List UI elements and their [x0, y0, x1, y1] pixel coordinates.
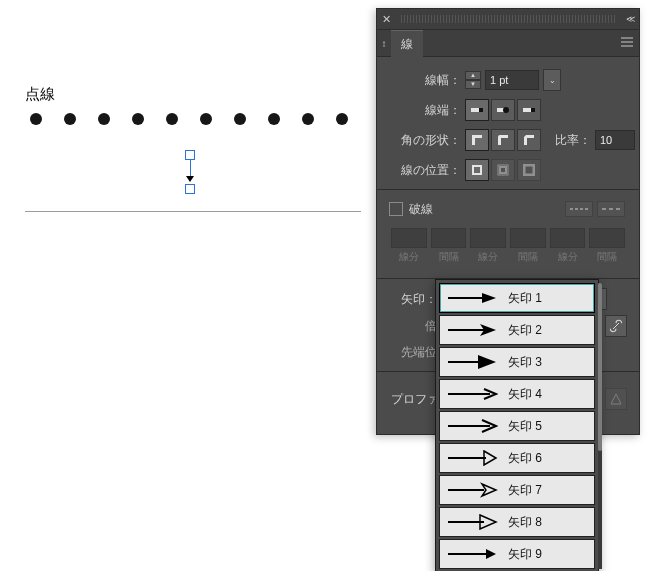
label-limit: 比率： [549, 132, 595, 149]
arrow-option-2[interactable]: 矢印 2 [439, 315, 595, 345]
canvas-area: 点線 [0, 0, 375, 571]
dash-field-1[interactable] [391, 228, 427, 248]
weight-field[interactable]: 1 pt [485, 70, 539, 90]
dash-field-4[interactable] [510, 228, 546, 248]
miter-limit-field[interactable]: 10 [595, 130, 635, 150]
row-stroke-weight: 線幅： ▲▼ 1 pt ⌄ [381, 67, 635, 93]
canvas-dotted-label: 点線 [25, 85, 55, 104]
svg-rect-8 [531, 108, 535, 112]
dash-field-3[interactable] [470, 228, 506, 248]
align-inside-icon[interactable] [491, 159, 515, 181]
dropdown-scrollbar-thumb[interactable] [598, 283, 602, 451]
arrow-option-4[interactable]: 矢印 4 [439, 379, 595, 409]
svg-rect-19 [616, 208, 620, 210]
label-join: 角の形状： [381, 132, 465, 149]
arrowhead-dropdown: 矢印 1 矢印 2 矢印 3 矢印 4 矢印 5 矢印 6 矢印 7 矢印 8 [435, 279, 599, 571]
svg-rect-4 [479, 108, 483, 112]
cap-round-icon[interactable] [491, 99, 515, 121]
row-dashed: 破線 [381, 196, 635, 222]
svg-line-22 [613, 323, 619, 329]
svg-rect-14 [575, 208, 578, 210]
dash-field-2[interactable] [431, 228, 467, 248]
panel-drag-grip[interactable] [401, 15, 615, 23]
svg-marker-35 [482, 484, 496, 496]
selected-line-object[interactable] [25, 211, 361, 212]
svg-marker-25 [482, 293, 496, 303]
weight-stepper[interactable]: ▲▼ [465, 71, 481, 89]
svg-rect-13 [570, 208, 573, 210]
row-cap: 線端： [381, 97, 635, 123]
panel-tabbar: ↕ 線 [377, 30, 639, 57]
label-arrow-scale: 倍 [389, 318, 441, 335]
dotted-line-sample [30, 113, 370, 125]
svg-rect-18 [609, 208, 613, 210]
dash-align-icon[interactable] [597, 201, 625, 217]
svg-rect-9 [473, 166, 481, 174]
join-round-icon[interactable] [491, 129, 515, 151]
dashed-fields [381, 222, 635, 248]
svg-rect-15 [580, 208, 583, 210]
svg-marker-29 [478, 355, 496, 369]
profile-flip-icon[interactable] [605, 388, 627, 410]
arrow-option-8[interactable]: 矢印 8 [439, 507, 595, 537]
svg-marker-39 [486, 549, 496, 559]
dash-field-6[interactable] [589, 228, 625, 248]
cap-butt-icon[interactable] [465, 99, 489, 121]
svg-marker-23 [611, 394, 621, 404]
svg-point-6 [503, 107, 509, 113]
svg-rect-12 [524, 165, 534, 175]
dash-field-5[interactable] [550, 228, 586, 248]
link-scale-icon[interactable] [605, 315, 627, 337]
close-icon[interactable]: ✕ [377, 13, 395, 26]
tab-stroke[interactable]: 線 [391, 30, 423, 57]
label-arrowheads: 矢印： [389, 291, 441, 308]
dashed-labels: 線分 間隔 線分 間隔 線分 間隔 [381, 248, 635, 272]
collapse-chevron-icon[interactable]: ≪ [621, 14, 639, 24]
row-align-stroke: 線の位置： [381, 157, 635, 183]
arrow-option-7[interactable]: 矢印 7 [439, 475, 595, 505]
svg-rect-16 [585, 208, 588, 210]
join-bevel-icon[interactable] [517, 129, 541, 151]
arrow-option-1[interactable]: 矢印 1 [439, 283, 595, 313]
svg-rect-11 [500, 167, 506, 173]
row-join: 角の形状： 比率： 10 [381, 127, 635, 153]
tab-switch-icon[interactable]: ↕ [377, 38, 391, 49]
dashed-checkbox[interactable] [389, 202, 403, 216]
dash-preserve-icon[interactable] [565, 201, 593, 217]
path-handle[interactable] [184, 150, 196, 194]
arrow-option-6[interactable]: 矢印 6 [439, 443, 595, 473]
label-dashed: 破線 [409, 201, 433, 218]
align-center-icon[interactable] [465, 159, 489, 181]
align-outside-icon[interactable] [517, 159, 541, 181]
svg-rect-3 [471, 108, 479, 112]
label-weight: 線幅： [381, 72, 465, 89]
panel-menu-icon[interactable] [615, 36, 639, 50]
label-arrow-align: 先端位 [389, 344, 441, 361]
join-miter-icon[interactable] [465, 129, 489, 151]
label-cap: 線端： [381, 102, 465, 119]
arrow-option-9[interactable]: 矢印 9 [439, 539, 595, 569]
cap-projecting-icon[interactable] [517, 99, 541, 121]
svg-rect-17 [602, 208, 606, 210]
label-align: 線の位置： [381, 162, 465, 179]
weight-dropdown-icon[interactable]: ⌄ [543, 69, 561, 91]
arrow-option-3[interactable]: 矢印 3 [439, 347, 595, 377]
arrow-option-5[interactable]: 矢印 5 [439, 411, 595, 441]
panel-header[interactable]: ✕ ≪ [377, 9, 639, 30]
